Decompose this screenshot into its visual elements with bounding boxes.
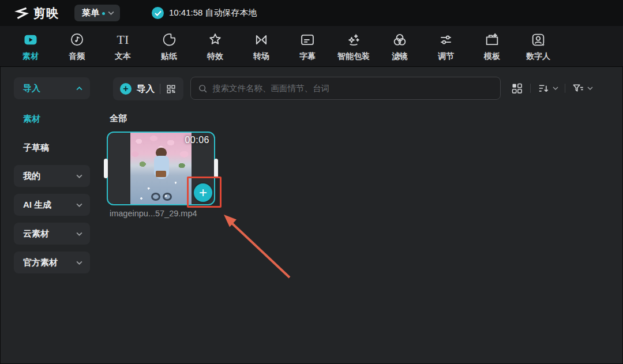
chevron-down-icon [76, 174, 82, 178]
sidebar-item-subdrafts[interactable]: 子草稿 [23, 142, 49, 153]
tab-label: 滤镜 [392, 51, 408, 62]
qr-import-icon[interactable] [166, 84, 177, 95]
captions-icon [299, 31, 316, 48]
sidebar-group-label: 官方素材 [23, 257, 76, 268]
autosave-status: 10:41:58 自动保存本地 [169, 7, 257, 18]
tab-captions[interactable]: 字幕 [284, 26, 331, 66]
chevron-down-icon [76, 261, 82, 265]
tab-templates[interactable]: 模板 [469, 26, 515, 66]
import-button-label: 导入 [137, 83, 155, 95]
tab-label: 文本 [115, 51, 131, 62]
clip-duration: 00:06 [185, 135, 209, 145]
titlebar: 剪映 菜单 10:41:58 自动保存本地 [0, 0, 623, 26]
tab-label: 音频 [69, 51, 85, 62]
tab-adjust[interactable]: 调节 [423, 26, 469, 66]
sort-button[interactable] [537, 82, 558, 95]
grid-view-button[interactable] [510, 81, 524, 95]
chevron-down-icon [587, 87, 593, 90]
transition-icon [253, 31, 269, 48]
sidebar-group-ai-generated[interactable]: AI 生成 [14, 194, 90, 216]
audio-disc-icon [69, 31, 85, 48]
tab-media[interactable]: 素材 [7, 26, 54, 66]
tab-transitions[interactable]: 转场 [238, 26, 284, 66]
sidebar-group-cloud-media[interactable]: 云素材 [14, 223, 90, 245]
sidebar-group-label: 我的 [23, 171, 76, 182]
unsaved-dot-icon [102, 12, 105, 15]
tab-label: 数字人 [526, 51, 550, 62]
tab-digital-human[interactable]: 数字人 [515, 26, 561, 66]
sidebar-group-mine[interactable]: 我的 [14, 165, 90, 187]
view-tools [510, 77, 593, 100]
tab-label: 智能包装 [337, 51, 370, 62]
tab-label: 字幕 [299, 51, 316, 62]
tab-smart-pack[interactable]: 智能包装 [331, 26, 377, 66]
main-tabstrip: 素材 音频 TI 文本 贴纸 特效 [0, 26, 623, 67]
add-to-timeline-button[interactable]: + [194, 183, 212, 202]
tab-audio[interactable]: 音频 [54, 26, 100, 66]
plus-circle-icon: + [120, 83, 132, 95]
clip-filename: imageinpu...57_29.mp4 [110, 209, 222, 218]
digital-human-icon [530, 31, 546, 48]
search-bar[interactable] [190, 77, 501, 100]
chevron-down-icon [76, 203, 82, 207]
tab-label: 贴纸 [161, 51, 177, 62]
trim-handle-left[interactable] [104, 159, 108, 178]
sidebar-group-label: AI 生成 [23, 200, 76, 211]
sidebar-import-header[interactable]: 导入 [14, 77, 90, 99]
text-ti-icon: TI [117, 31, 129, 48]
thumbnail-art [163, 193, 172, 201]
tab-effects[interactable]: 特效 [192, 26, 238, 66]
check-circle-icon [152, 7, 164, 19]
sidebar-group-official-media[interactable]: 官方素材 [14, 252, 90, 273]
filter-wheel-icon [392, 31, 408, 48]
chevron-down-icon [108, 11, 114, 15]
tab-label: 模板 [484, 51, 500, 62]
divider [160, 84, 160, 94]
video-clip-card[interactable]: 00:06 + [107, 132, 215, 205]
search-icon [198, 84, 208, 93]
app-name: 剪映 [33, 5, 59, 21]
tab-label: 转场 [253, 51, 269, 62]
search-input[interactable] [212, 84, 493, 93]
menu-button-label: 菜单 [82, 7, 99, 18]
section-label-all[interactable]: 全部 [110, 113, 127, 124]
sidebar: 导入 素材 子草稿 我的 AI 生成 云素材 官方素材 [0, 67, 104, 364]
tab-label: 调节 [438, 51, 454, 62]
effects-star-icon [207, 31, 223, 48]
app-window: 剪映 菜单 10:41:58 自动保存本地 素材 音频 [0, 0, 623, 364]
thumbnail-art [156, 171, 166, 177]
divider [565, 84, 565, 93]
tab-filters[interactable]: 滤镜 [377, 26, 423, 66]
tab-label: 特效 [207, 51, 223, 62]
divider [530, 84, 531, 93]
tab-stickers[interactable]: 贴纸 [146, 26, 192, 66]
adjust-sliders-icon [438, 31, 454, 48]
menu-button[interactable]: 菜单 [74, 5, 120, 21]
chevron-down-icon [553, 87, 558, 90]
app-logo: 剪映 [14, 5, 59, 21]
thumbnail-art [130, 133, 192, 204]
filter-button[interactable] [572, 82, 593, 95]
chevron-up-icon [76, 87, 82, 91]
video-thumbnail [130, 133, 192, 204]
sidebar-group-label: 云素材 [23, 228, 76, 239]
sparkles-icon [346, 31, 362, 48]
media-play-icon [22, 31, 39, 48]
tab-label: 素材 [22, 51, 39, 62]
sticker-icon [162, 31, 177, 48]
sidebar-item-media[interactable]: 素材 [23, 114, 40, 125]
sidebar-import-label: 导入 [23, 83, 76, 94]
template-clapper-icon [484, 31, 500, 48]
chevron-down-icon [76, 232, 82, 236]
capcut-logo-icon [14, 6, 29, 21]
tab-text[interactable]: TI 文本 [100, 26, 146, 66]
thumbnail-art [151, 193, 160, 201]
import-button[interactable]: + 导入 [113, 77, 183, 100]
trim-handle-right[interactable] [214, 159, 218, 178]
